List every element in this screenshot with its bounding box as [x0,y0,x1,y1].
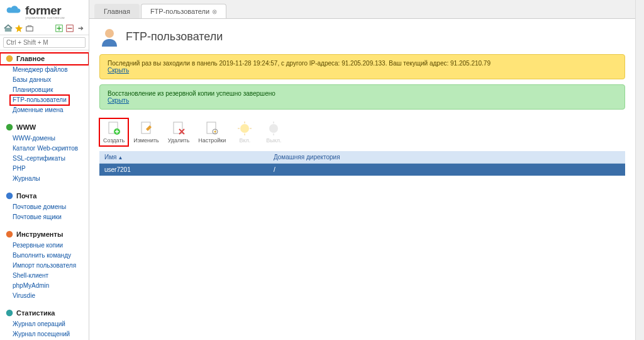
nav-section-header[interactable]: Инструменты [0,229,89,241]
nav-item[interactable]: phpMyAdmin [10,281,89,291]
star-icon[interactable] [14,24,23,33]
table-row[interactable]: user7201/ [99,164,625,176]
svg-rect-2 [28,26,31,27]
page-header: FTP-пользователи [99,26,625,47]
svg-point-23 [269,124,278,133]
on-icon [237,121,252,136]
cell-name: user7201 [99,164,269,176]
nav-section-title: Главное [16,55,45,62]
nav-item[interactable]: Virusdie [10,291,89,301]
content: FTP-пользователи Последний раз вы заходи… [89,19,635,340]
nav-item[interactable]: Журнал операций [10,319,89,329]
nav-item[interactable]: Журналы [10,174,89,184]
svg-rect-1 [26,26,33,31]
svg-rect-0 [5,28,12,31]
nav-item[interactable]: Shell-клиент [10,271,89,281]
alert-hide-link[interactable]: Скрыть [108,97,129,104]
settings-icon [204,121,219,136]
add-button[interactable]: Создать [99,118,128,146]
nav-item[interactable]: SSL-сертификаты [10,154,89,164]
search-box [0,35,89,50]
off-button[interactable]: Выкл. [260,118,287,146]
action-bar: СоздатьИзменитьУдалитьНастройкиВкл.Выкл. [99,115,625,151]
minus-icon[interactable] [65,24,74,33]
nav-item[interactable]: Импорт пользователя [10,261,89,271]
tab[interactable]: FTP-пользователи⊗ [141,4,226,18]
action-label: Создать [103,137,125,144]
column-header[interactable]: Имя▲ [99,151,269,164]
nav-section-header[interactable]: Статистика [0,307,89,319]
nav-section-title: Статистика [16,309,55,317]
svg-point-18 [240,124,249,133]
nav-item[interactable]: FTP-пользователи [10,95,69,105]
edit-button[interactable]: Изменить [130,118,163,146]
nav-section-title: Инструменты [16,230,63,238]
section-icon [5,123,14,132]
search-input[interactable] [3,37,86,48]
nav-section-title: WWW [16,123,36,131]
svg-point-10 [105,29,114,38]
action-label: Настройки [198,137,226,144]
alert-text: Последний раз вы заходили в панель 2019-… [108,60,617,67]
nav-item[interactable]: Каталог Web-скриптов [10,144,89,154]
logo-area: former управление хостингом [0,0,89,22]
svg-point-5 [6,55,13,62]
plus-icon[interactable] [55,24,64,33]
svg-point-7 [6,193,13,200]
nav-section-header[interactable]: Главное [0,53,89,65]
mini-toolbar [0,22,89,35]
nav-item[interactable]: WWW-домены [10,133,89,144]
add-icon [106,121,121,136]
tabs-bar: ГлавнаяFTP-пользователи⊗ [89,0,635,19]
nav-item[interactable]: Почтовые домены [10,202,89,212]
nav-section-header[interactable]: WWW [0,122,89,133]
column-header[interactable]: Домашняя директория [269,151,625,164]
nav-section-header[interactable]: Почта [0,190,89,202]
home-icon[interactable] [4,24,13,33]
nav-item[interactable]: Базы данных [10,75,89,85]
close-icon[interactable]: ⊗ [212,8,217,15]
delete-icon [171,121,186,136]
nav-item[interactable]: PHP [10,164,89,174]
alert-warning: Последний раз вы заходили в панель 2019-… [99,54,625,79]
svg-point-17 [214,131,216,133]
nav-item[interactable]: Планировщик [10,85,89,95]
nav-item[interactable]: Почтовые ящики [10,212,89,222]
main-area: ГлавнаяFTP-пользователи⊗ FTP-пользовател… [89,0,635,340]
action-label: Удалить [168,137,189,144]
on-button[interactable]: Вкл. [231,118,258,146]
action-label: Выкл. [266,137,281,144]
section-icon [5,54,14,63]
nav-item[interactable]: Журнал посещений [10,329,89,339]
edit-icon [139,121,154,136]
tab[interactable]: Главная [94,4,140,18]
settings-button[interactable]: Настройки [194,118,230,146]
alert-success: Восстановление из резервной копии успешн… [99,84,625,110]
nav-item[interactable]: Выполнить команду [10,251,89,261]
section-icon [5,191,14,200]
nav-item[interactable]: Резервные копии [10,241,89,251]
alert-hide-link[interactable]: Скрыть [108,67,129,74]
logo-tagline: управление хостингом [25,16,84,20]
section-icon [5,230,14,239]
cloud-icon [5,4,23,18]
data-table: Имя▲Домашняя директория user7201/ [99,151,625,176]
action-label: Вкл. [239,137,250,144]
nav-item[interactable]: Менеджер файлов [10,65,89,75]
section-icon [5,309,14,317]
nav-item[interactable]: Доменные имена [10,105,89,115]
alert-text: Восстановление из резервной копии успешн… [108,90,617,97]
page-title: FTP-пользователи [126,30,223,43]
cell-dir: / [269,164,625,176]
off-icon [266,121,281,136]
arrow-right-icon[interactable] [76,24,85,33]
nav-section-title: Почта [16,192,36,200]
sidebar: former управление хостингом ГлавноеМенед… [0,0,89,340]
svg-point-8 [6,231,13,238]
svg-point-9 [6,310,13,317]
delete-button[interactable]: Удалить [164,118,193,146]
briefcase-icon[interactable] [25,24,34,33]
svg-point-6 [6,124,13,131]
action-label: Изменить [133,137,159,144]
scrollbar[interactable] [635,0,644,340]
